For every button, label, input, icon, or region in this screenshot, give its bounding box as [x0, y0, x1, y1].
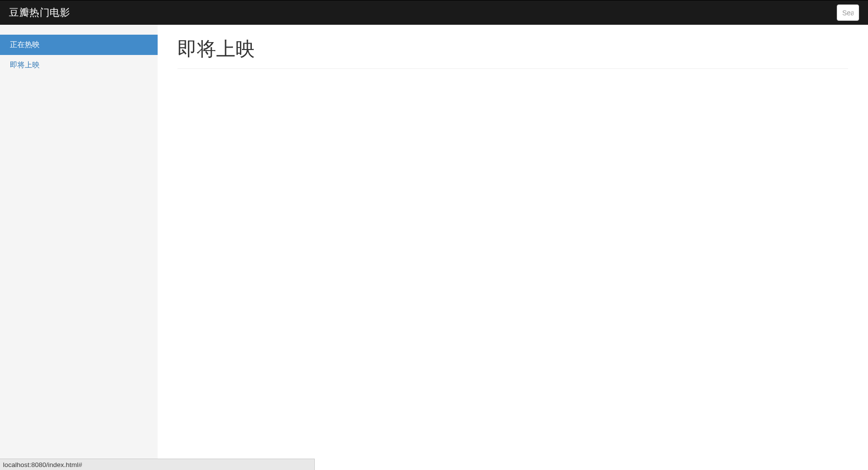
main-content: 即将上映: [158, 25, 868, 470]
top-navbar: 豆瓣热门电影: [0, 0, 868, 25]
sidebar: 正在热映 即将上映: [0, 25, 158, 470]
main-layout: 正在热映 即将上映 即将上映: [0, 25, 868, 470]
page-title: 即将上映: [177, 36, 848, 69]
app-brand[interactable]: 豆瓣热门电影: [9, 6, 70, 19]
sidebar-item-now-playing[interactable]: 正在热映: [0, 35, 158, 55]
search-input[interactable]: [837, 4, 859, 21]
status-bar: localhost:8080/index.html#: [0, 459, 315, 470]
sidebar-item-coming-soon[interactable]: 即将上映: [0, 55, 158, 75]
